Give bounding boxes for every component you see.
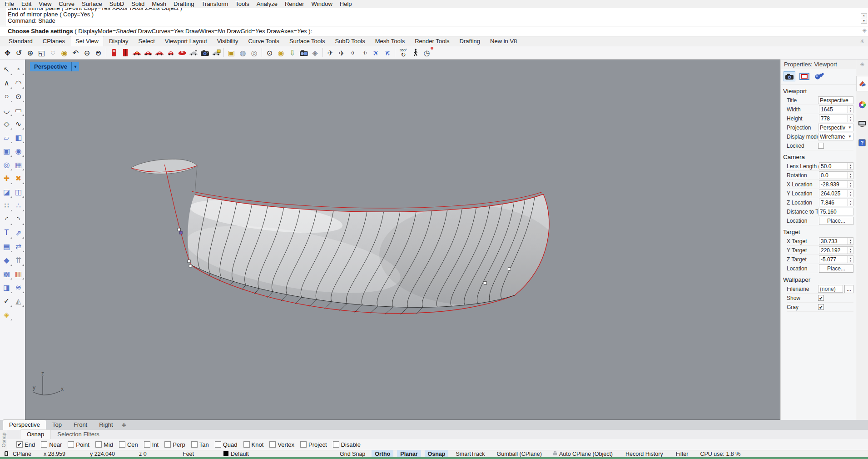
tab-set-view[interactable]: Set View [70, 36, 104, 46]
osnap-tan-checkbox[interactable]: Tan [191, 441, 209, 448]
properties-tab[interactable] [856, 76, 868, 91]
scroll-up-icon[interactable]: ▲ [861, 13, 867, 18]
osnap-knot-checkbox[interactable]: Knot [243, 441, 264, 448]
zoom-selected-icon[interactable]: ◌ [47, 47, 59, 59]
osnap-project-checkbox[interactable]: Project [300, 441, 327, 448]
command-prompt[interactable]: Choose Shade settings ( DisplayMode=Shad… [0, 26, 868, 36]
camera-value-input[interactable]: -28.939 [819, 180, 848, 188]
ellipse-icon[interactable]: ⊙ [13, 90, 25, 103]
menu-item[interactable]: SubD [106, 0, 128, 7]
undo-view-change-icon[interactable]: ↶ [70, 47, 81, 59]
menu-item[interactable]: File [1, 0, 18, 7]
camera-value-input[interactable]: 264.025 [819, 190, 848, 197]
turntable-snowflake-icon[interactable]: ◷ [421, 47, 432, 59]
plane-top-view-icon[interactable]: ✈ [325, 47, 336, 59]
checkbox-icon[interactable] [164, 441, 171, 448]
car-front-view-icon[interactable] [165, 47, 176, 59]
camera-icon[interactable] [199, 47, 210, 59]
checkbox-icon[interactable] [191, 441, 198, 448]
polyline-icon[interactable]: ∧ [1, 76, 13, 90]
viewport-height-input[interactable]: 778 [819, 115, 848, 122]
car-top-view-icon[interactable] [131, 47, 142, 59]
place-camera-icon[interactable]: ⇩ [287, 47, 298, 59]
text-icon[interactable]: T [1, 226, 13, 239]
grid-snap-toggle[interactable]: Grid Snap [340, 451, 365, 457]
mirror-icon[interactable]: ⇄ [13, 239, 25, 253]
menu-item[interactable]: Mesh [148, 0, 170, 7]
camera-blue-icon[interactable] [298, 47, 309, 59]
viewport-properties-icon[interactable] [799, 71, 810, 81]
ortho-toggle[interactable]: Ortho [372, 450, 393, 458]
projection-dropdown[interactable]: Perspectiv▼ [818, 124, 853, 131]
value-spinner[interactable]: ▲▼ [848, 246, 853, 254]
tab-select[interactable]: Select [134, 36, 160, 46]
gray-car-icon[interactable] [188, 47, 199, 59]
checkbox-icon[interactable] [243, 441, 250, 448]
car-side2-view-icon[interactable] [154, 47, 165, 59]
value-spinner[interactable]: ▲▼ [848, 190, 853, 197]
menu-item[interactable]: View [35, 0, 55, 7]
split-icon[interactable]: ◫ [13, 185, 25, 199]
auto-cplane-toggle[interactable]: Auto CPlane (Object) [559, 451, 613, 457]
extend-curve-icon[interactable]: ◝ [13, 212, 25, 226]
plane-left-view-icon[interactable]: ✈ [347, 47, 359, 59]
osnap-quad-checkbox[interactable]: Quad [215, 441, 238, 448]
filter-button[interactable]: Filter [676, 451, 689, 457]
display-mode-dropdown[interactable]: Wireframe▼ [818, 133, 853, 140]
menu-item[interactable]: Solid [128, 0, 148, 7]
camera-value-input[interactable]: 7.846 [819, 199, 848, 206]
osnap-int-checkbox[interactable]: Int [144, 441, 159, 448]
checkbox-icon[interactable] [68, 441, 74, 448]
viewport-tab-top[interactable]: Top [46, 420, 68, 430]
camera-value-input[interactable]: 0.0 [819, 171, 848, 179]
menu-item[interactable]: Tools [232, 0, 253, 7]
check-icon[interactable]: ✓ [1, 294, 13, 308]
command-options-gear-icon[interactable]: ✳ [862, 28, 867, 34]
wallpaper-browse-button[interactable]: ... [844, 285, 853, 293]
menu-item[interactable]: Render [281, 0, 308, 7]
boolean-union-icon[interactable]: ✚ [1, 171, 13, 185]
target-place-button[interactable]: Place... [819, 264, 853, 273]
group-icon[interactable]: ∷ [1, 199, 13, 212]
mesh-icon[interactable]: ▦ [13, 158, 25, 171]
camera-place-button[interactable]: Place... [819, 217, 853, 225]
osnap-end-checkbox[interactable]: End [16, 441, 35, 448]
osnap-mid-checkbox[interactable]: Mid [95, 441, 113, 448]
layer-button[interactable]: Default [231, 451, 285, 457]
control-point-curve-icon[interactable]: ◠ [13, 76, 25, 90]
perspective-viewport[interactable]: Perspective ▼ [25, 60, 780, 420]
checkbox-icon[interactable] [119, 441, 125, 448]
tab-visibility[interactable]: Visibility [212, 36, 243, 46]
plane-bottom-view-icon[interactable]: ✈ [336, 47, 347, 59]
scroll-down-icon[interactable]: ▼ [861, 19, 867, 24]
layer-color-swatch[interactable] [223, 451, 228, 456]
polygon-icon[interactable]: ◇ [1, 117, 13, 130]
trim-icon[interactable]: ◪ [1, 185, 13, 199]
selection-filters-tab[interactable]: Selection Filters [51, 430, 105, 439]
planar-toggle[interactable]: Planar [397, 450, 421, 458]
explode-icon[interactable]: ✖ [13, 171, 25, 185]
checkbox-icon[interactable] [95, 441, 102, 448]
checkbox-icon[interactable] [16, 441, 23, 448]
arc-icon[interactable]: ◡ [1, 103, 13, 117]
viewport-tab-front[interactable]: Front [68, 420, 93, 430]
gift-hand-icon[interactable]: ◈ [1, 308, 13, 321]
value-spinner[interactable]: ▲▼ [848, 162, 853, 170]
move-icon[interactable]: ⇗ [13, 226, 25, 239]
selection-filter-icon[interactable] [5, 451, 8, 456]
array-icon[interactable]: ▩ [1, 267, 13, 280]
checkbox-icon[interactable] [215, 441, 221, 448]
new-viewport-tab-icon[interactable]: ✚ [119, 421, 129, 430]
copy-icon[interactable]: ▤ [1, 239, 13, 253]
wallpaper-filename-input[interactable]: (none) [818, 285, 843, 293]
tab-viewport-layout[interactable]: Viewport Layout [160, 36, 212, 46]
zoom-dynamic-icon[interactable]: ⊕ [25, 47, 36, 59]
menu-item[interactable]: Surface [78, 0, 106, 7]
panel-gear-icon[interactable]: ✳ [860, 61, 864, 68]
select-icon[interactable]: ↖ [1, 62, 13, 76]
torus-icon[interactable]: ◎ [1, 158, 13, 171]
checkbox-icon[interactable] [300, 441, 307, 448]
camera-properties-icon[interactable] [784, 71, 795, 81]
viewport-width-input[interactable]: 1645 [819, 105, 848, 113]
viewport-title-dropdown-icon[interactable]: ▼ [71, 62, 79, 71]
